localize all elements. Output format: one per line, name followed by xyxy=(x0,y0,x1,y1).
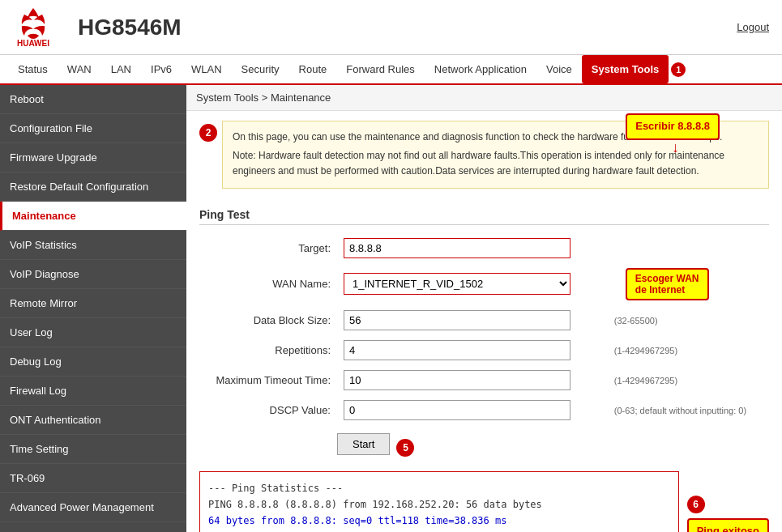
target-hint xyxy=(603,233,769,263)
annotation-circle-2: 2 xyxy=(199,124,217,142)
sidebar-item-remote-mirror[interactable]: Remote Mirror xyxy=(0,289,186,318)
sidebar-item-voip-diagnose[interactable]: VoIP Diagnose xyxy=(0,260,186,289)
sidebar-item-tr069[interactable]: TR-069 xyxy=(0,464,186,493)
sidebar-item-maintenance[interactable]: Maintenance xyxy=(0,202,186,231)
sidebar-item-voip-stats[interactable]: VoIP Statistics xyxy=(0,231,186,260)
repetitions-label: Repetitions: xyxy=(199,335,337,365)
sidebar-item-debug-log[interactable]: Debug Log xyxy=(0,347,186,377)
ping-line-0: --- Ping Statistics --- xyxy=(208,480,670,496)
sidebar: Reboot Configuration File Firmware Upgra… xyxy=(0,85,186,532)
nav-system-tools[interactable]: System Tools xyxy=(582,55,669,83)
annotation-6-group: 6 Ping exitoso xyxy=(687,496,769,532)
breadcrumb: System Tools > Maintenance xyxy=(186,85,782,111)
start-button[interactable]: Start xyxy=(337,433,390,455)
info-section: 2 Escribir 8.8.8.8 ↓ On this page, you c… xyxy=(199,121,769,200)
info-box: Escribir 8.8.8.8 ↓ On this page, you can… xyxy=(222,121,769,189)
ping-line-2: 64 bytes from 8.8.8.8: seq=0 ttl=118 tim… xyxy=(208,513,670,529)
nav-wlan[interactable]: WLAN xyxy=(182,55,232,83)
logo-area: HUAWEI xyxy=(13,6,53,48)
dscp-label: DSCP Value: xyxy=(199,395,337,425)
target-input[interactable] xyxy=(344,238,570,258)
navbar: Status WAN LAN IPv6 WLAN Security Route … xyxy=(0,55,782,85)
timeout-row: Maximum Timeout Time: (1-4294967295) xyxy=(199,365,769,395)
annotation-arrow-3: ↓ xyxy=(672,136,679,160)
sidebar-item-config-file[interactable]: Configuration File xyxy=(0,114,186,143)
dscp-hint: (0-63; default without inputting: 0) xyxy=(603,395,769,425)
dscp-row: DSCP Value: (0-63; default without input… xyxy=(199,395,769,425)
layout: Reboot Configuration File Firmware Upgra… xyxy=(0,85,782,532)
ping-test-section: Ping Test Target: WAN Name: 1_INTER xyxy=(199,208,769,532)
huawei-logo xyxy=(13,6,53,39)
sidebar-item-modify-password[interactable]: Modify Login Password xyxy=(0,522,186,532)
timeout-input[interactable] xyxy=(344,370,570,390)
nav-network-app[interactable]: Network Application xyxy=(425,55,536,83)
logout-button[interactable]: Logout xyxy=(737,21,769,33)
data-block-hint: (32-65500) xyxy=(603,305,769,335)
start-button-row: Start 5 xyxy=(337,433,769,463)
target-row: Target: xyxy=(199,233,769,263)
wan-name-row: WAN Name: 1_INTERNET_R_VID_1502 2_TR069_… xyxy=(199,263,769,305)
nav-ipv6[interactable]: IPv6 xyxy=(141,55,182,83)
nav-voice[interactable]: Voice xyxy=(536,55,582,83)
repetitions-row: Repetitions: (1-4294967295) xyxy=(199,335,769,365)
ping-form: Target: WAN Name: 1_INTERNET_R_VID_1502 … xyxy=(199,233,769,425)
data-block-row: Data Block Size: (32-65500) xyxy=(199,305,769,335)
dscp-input[interactable] xyxy=(344,400,570,420)
content-area: 2 Escribir 8.8.8.8 ↓ On this page, you c… xyxy=(186,111,782,532)
nav-badge: 1 xyxy=(671,62,686,77)
sidebar-item-adv-power[interactable]: Advanced Power Management xyxy=(0,493,186,522)
nav-forward-rules[interactable]: Forward Rules xyxy=(336,55,425,83)
ping-output: --- Ping Statistics --- PING 8.8.8.8 (8.… xyxy=(199,471,679,532)
nav-security[interactable]: Security xyxy=(232,55,289,83)
wan-name-label: WAN Name: xyxy=(199,263,337,305)
target-label: Target: xyxy=(199,233,337,263)
timeout-hint: (1-4294967295) xyxy=(603,365,769,395)
nav-lan[interactable]: LAN xyxy=(101,55,141,83)
sidebar-item-restore[interactable]: Restore Default Configuration xyxy=(0,172,186,202)
data-block-label: Data Block Size: xyxy=(199,305,337,335)
sidebar-item-time-setting[interactable]: Time Setting xyxy=(0,435,186,464)
timeout-label: Maximum Timeout Time: xyxy=(199,365,337,395)
wan-name-select[interactable]: 1_INTERNET_R_VID_1502 2_TR069_R_VID_1503… xyxy=(344,273,570,295)
sidebar-item-user-log[interactable]: User Log xyxy=(0,318,186,347)
nav-status[interactable]: Status xyxy=(8,55,58,83)
nav-route[interactable]: Route xyxy=(289,55,337,83)
header: HUAWEI HG8546M Logout xyxy=(0,0,782,55)
ping-test-title: Ping Test xyxy=(199,208,769,225)
nav-wan[interactable]: WAN xyxy=(58,55,101,83)
data-block-input[interactable] xyxy=(344,310,570,330)
ping-line-1: PING 8.8.8.8 (8.8.8.8) from 192.168.252.… xyxy=(208,496,670,513)
repetitions-input[interactable] xyxy=(344,340,570,360)
sidebar-item-ont-auth[interactable]: ONT Authentication xyxy=(0,406,186,435)
sidebar-item-firewall-log[interactable]: Firewall Log xyxy=(0,377,186,406)
main-content: System Tools > Maintenance 2 Escribir 8.… xyxy=(186,85,782,532)
sidebar-item-reboot[interactable]: Reboot xyxy=(0,85,186,114)
repetitions-hint: (1-4294967295) xyxy=(603,335,769,365)
annotation-circle-6: 6 xyxy=(687,496,705,513)
annotation-bubble-4: Escoger WANde Internet xyxy=(626,268,709,300)
annotation-bubble-6: Ping exitoso xyxy=(687,518,769,532)
annotation-circle-5: 5 xyxy=(396,439,414,457)
info-line2: Note: Hardware fault detection may not f… xyxy=(233,148,758,179)
model-title: HG8546M xyxy=(78,15,737,40)
logo-text: HUAWEI xyxy=(17,39,49,48)
ping-output-wrapper: --- Ping Statistics --- PING 8.8.8.8 (8.… xyxy=(199,471,769,532)
sidebar-item-firmware[interactable]: Firmware Upgrade xyxy=(0,143,186,172)
